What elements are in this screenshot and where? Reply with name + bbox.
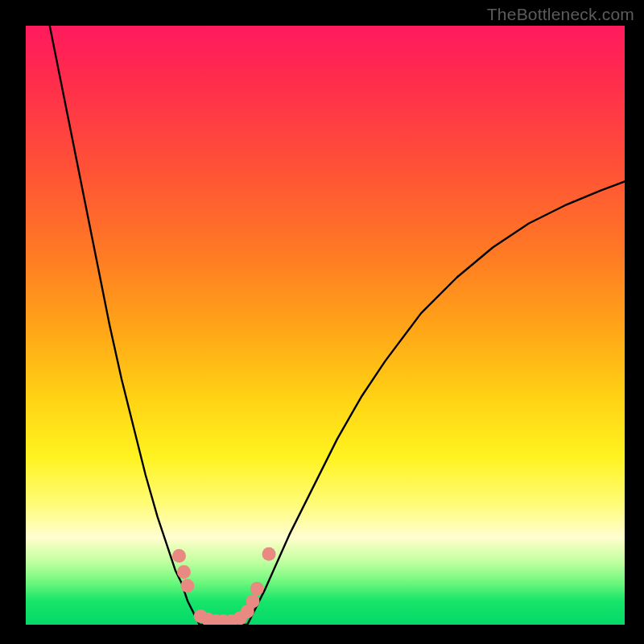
curve-group xyxy=(50,26,625,625)
data-marker xyxy=(262,547,276,561)
chart-frame: TheBottleneck.com xyxy=(0,0,644,644)
data-marker xyxy=(250,582,264,596)
data-marker xyxy=(246,594,259,608)
data-marker xyxy=(177,565,191,579)
marker-group xyxy=(172,547,276,625)
watermark-text: TheBottleneck.com xyxy=(487,5,634,24)
data-marker xyxy=(180,579,194,592)
plot-area xyxy=(26,26,625,625)
chart-svg xyxy=(26,26,625,625)
bottleneck-curve xyxy=(50,26,625,625)
data-marker xyxy=(172,549,186,563)
